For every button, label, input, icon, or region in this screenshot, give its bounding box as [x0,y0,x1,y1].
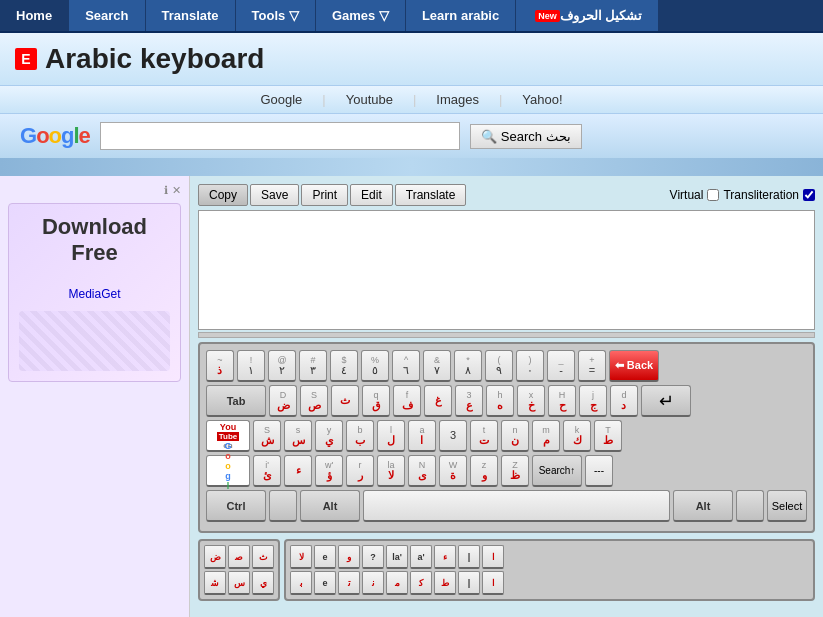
key-equals[interactable]: += [578,350,606,382]
edit-button[interactable]: Edit [350,184,393,206]
key-waw[interactable]: zو [470,455,498,487]
key-0[interactable]: )٠ [516,350,544,382]
key-ya2[interactable]: i'ئ [253,455,281,487]
ad-brand-link[interactable]: MediaGet [19,287,170,301]
key-ra[interactable]: rر [346,455,374,487]
key-minus[interactable]: _- [547,350,575,382]
nav-home[interactable]: Home [0,0,69,31]
key-ta[interactable]: tت [470,420,498,452]
small-key-r3[interactable]: ﻭ [338,545,360,569]
copy-button[interactable]: Copy [198,184,248,206]
google-search-input[interactable] [100,122,460,150]
small-key-s6[interactable]: ﻛ [410,571,432,595]
small-key-3[interactable]: ﺙ [252,545,274,569]
nav-search[interactable]: Search [69,0,145,31]
key-fa[interactable]: fف [393,385,421,417]
key-7[interactable]: &٧ [423,350,451,382]
key-tah[interactable]: Tط [594,420,622,452]
small-key-2[interactable]: ﺻ [228,545,250,569]
key-alt-right[interactable]: Alt [673,490,733,522]
key-kaf[interactable]: kك [563,420,591,452]
small-key-r2[interactable]: e [314,545,336,569]
key-ghain[interactable]: غ [424,385,452,417]
key-3[interactable]: #٣ [299,350,327,382]
small-key-1[interactable]: ﺽ [204,545,226,569]
key-nun[interactable]: nن [501,420,529,452]
nav-tools[interactable]: Tools ▽ [236,0,316,31]
key-fn2[interactable] [736,490,764,522]
small-key-s7[interactable]: ﻁ [434,571,456,595]
key-alef-maks[interactable]: Nى [408,455,436,487]
small-key-r5[interactable]: la' [386,545,408,569]
key-backspace[interactable]: ⬅ Back [609,350,659,382]
small-key-s8[interactable]: | [458,571,480,595]
key-ain[interactable]: 3ع [455,385,483,417]
key-enter[interactable]: ↵ [641,385,691,417]
key-alt-left[interactable]: Alt [300,490,360,522]
key-alef[interactable]: aا [408,420,436,452]
key-tha[interactable]: ث [331,385,359,417]
key-ha[interactable]: hه [486,385,514,417]
small-key-s3[interactable]: ﺗ [338,571,360,595]
key-3[interactable]: 3 [439,420,467,452]
small-key-s9[interactable]: ﺍ [482,571,504,595]
google-search-button[interactable]: 🔍 Search بحث [470,124,582,149]
key-5[interactable]: %٥ [361,350,389,382]
key-9[interactable]: (٩ [485,350,513,382]
nav-translate[interactable]: Translate [146,0,236,31]
key-8[interactable]: *٨ [454,350,482,382]
engine-google[interactable]: Google [260,92,302,107]
small-key-s4[interactable]: ﻧ [362,571,384,595]
transliteration-checkbox[interactable] [803,189,815,201]
key-search[interactable]: Search↑ [532,455,582,487]
key-2[interactable]: @٢ [268,350,296,382]
key-6[interactable]: ^٦ [392,350,420,382]
key-jeem[interactable]: jج [579,385,607,417]
small-key-s2[interactable]: e [314,571,336,595]
key-ba[interactable]: bب [346,420,374,452]
small-key-r7[interactable]: ء [434,545,456,569]
ad-info-icon[interactable]: ℹ [164,184,168,197]
small-key-r1[interactable]: لا [290,545,312,569]
small-key-6[interactable]: ﻱ [252,571,274,595]
nav-games[interactable]: Games ▽ [316,0,406,31]
small-key-r8[interactable]: | [458,545,480,569]
arabic-text-area[interactable] [198,210,815,330]
nav-tashkeel[interactable]: تشكيل الحروف New [516,0,659,31]
engine-images[interactable]: Images [436,92,479,107]
translate-button[interactable]: Translate [395,184,467,206]
key-qaf[interactable]: qق [362,385,390,417]
engine-yahoo[interactable]: Yahoo! [522,92,562,107]
key-sin[interactable]: sس [284,420,312,452]
key-space[interactable] [363,490,670,522]
small-key-s1[interactable]: ﺑ [290,571,312,595]
small-key-r6[interactable]: a' [410,545,432,569]
print-button[interactable]: Print [301,184,348,206]
key-google[interactable]: Google [206,455,250,487]
key-ctrl[interactable]: Ctrl [206,490,266,522]
save-button[interactable]: Save [250,184,299,206]
key-kha[interactable]: xخ [517,385,545,417]
key-1[interactable]: !١ [237,350,265,382]
key-waw2[interactable]: w'ؤ [315,455,343,487]
key-dal[interactable]: dد [610,385,638,417]
key-ta-marb[interactable]: Wة [439,455,467,487]
key-tab[interactable]: Tab [206,385,266,417]
nav-learn-arabic[interactable]: Learn arabic [406,0,516,31]
small-key-s5[interactable]: ﻣ [386,571,408,595]
key-zah[interactable]: Zظ [501,455,529,487]
small-key-r4[interactable]: ? [362,545,384,569]
key-lam[interactable]: lل [377,420,405,452]
key-dash[interactable]: --- [585,455,613,487]
key-hamza[interactable]: ء [284,455,312,487]
key-fn[interactable] [269,490,297,522]
key-hha[interactable]: Hح [548,385,576,417]
ad-close-icon[interactable]: ✕ [172,184,181,197]
key-meem[interactable]: mم [532,420,560,452]
key-lam-alef[interactable]: laلا [377,455,405,487]
engine-youtube[interactable]: Youtube [346,92,393,107]
small-key-5[interactable]: ﺱ [228,571,250,595]
key-zal[interactable]: ~ذ [206,350,234,382]
key-shin[interactable]: Sش [253,420,281,452]
key-select[interactable]: Select [767,490,807,522]
